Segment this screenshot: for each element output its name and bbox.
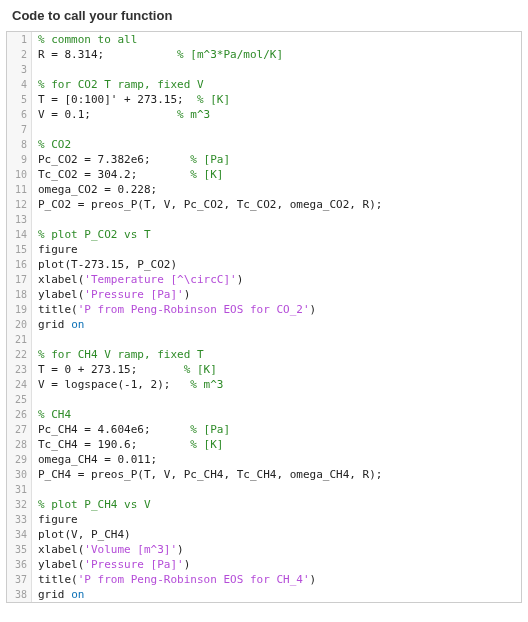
code-content[interactable] (32, 392, 45, 407)
code-content[interactable]: % for CO2 T ramp, fixed V (32, 77, 204, 92)
code-content[interactable]: xlabel('Temperature [^\circC]') (32, 272, 243, 287)
code-line[interactable]: 33figure (7, 512, 521, 527)
code-token: % plot P_CO2 vs T (38, 228, 151, 241)
code-line[interactable]: 1% common to all (7, 32, 521, 47)
code-content[interactable]: P_CO2 = preos_P(T, V, Pc_CO2, Tc_CO2, om… (32, 197, 382, 212)
line-number: 19 (7, 302, 32, 317)
code-line[interactable]: 38grid on (7, 587, 521, 602)
code-content[interactable]: omega_CH4 = 0.011; (32, 452, 157, 467)
code-content[interactable] (32, 212, 45, 227)
line-number: 38 (7, 587, 32, 602)
code-line[interactable]: 30P_CH4 = preos_P(T, V, Pc_CH4, Tc_CH4, … (7, 467, 521, 482)
code-token: % CO2 (38, 138, 71, 151)
code-line[interactable]: 13 (7, 212, 521, 227)
code-line[interactable]: 24V = logspace(-1, 2); % m^3 (7, 377, 521, 392)
code-line[interactable]: 18ylabel('Pressure [Pa]') (7, 287, 521, 302)
code-token: T = 0 + 273.15; (38, 363, 184, 376)
code-token: xlabel( (38, 273, 84, 286)
code-content[interactable]: % common to all (32, 32, 137, 47)
code-content[interactable] (32, 482, 45, 497)
code-token: % for CH4 V ramp, fixed T (38, 348, 204, 361)
code-content[interactable]: ylabel('Pressure [Pa]') (32, 557, 190, 572)
code-line[interactable]: 11omega_CO2 = 0.228; (7, 182, 521, 197)
code-content[interactable]: T = 0 + 273.15; % [K] (32, 362, 217, 377)
code-line[interactable]: 4% for CO2 T ramp, fixed V (7, 77, 521, 92)
code-line[interactable]: 9Pc_CO2 = 7.382e6; % [Pa] (7, 152, 521, 167)
code-line[interactable]: 16plot(T-273.15, P_CO2) (7, 257, 521, 272)
code-token: ylabel( (38, 558, 84, 571)
code-line[interactable]: 17xlabel('Temperature [^\circC]') (7, 272, 521, 287)
code-line[interactable]: 10Tc_CO2 = 304.2; % [K] (7, 167, 521, 182)
code-line[interactable]: 5T = [0:100]' + 273.15; % [K] (7, 92, 521, 107)
code-editor[interactable]: 1% common to all2R = 8.314; % [m^3*Pa/mo… (6, 31, 522, 603)
code-content[interactable]: T = [0:100]' + 273.15; % [K] (32, 92, 230, 107)
code-content[interactable]: V = logspace(-1, 2); % m^3 (32, 377, 223, 392)
code-content[interactable]: title('P from Peng-Robinson EOS for CH_4… (32, 572, 316, 587)
code-token: 'Temperature [^\circC]' (84, 273, 236, 286)
code-content[interactable]: Pc_CH4 = 4.604e6; % [Pa] (32, 422, 230, 437)
code-content[interactable]: Tc_CO2 = 304.2; % [K] (32, 167, 223, 182)
code-content[interactable]: plot(V, P_CH4) (32, 527, 131, 542)
code-content[interactable]: omega_CO2 = 0.228; (32, 182, 157, 197)
code-content[interactable]: figure (32, 512, 78, 527)
code-line[interactable]: 35xlabel('Volume [m^3]') (7, 542, 521, 557)
code-line[interactable]: 36ylabel('Pressure [Pa]') (7, 557, 521, 572)
code-content[interactable]: xlabel('Volume [m^3]') (32, 542, 184, 557)
code-content[interactable]: % CO2 (32, 137, 71, 152)
code-content[interactable] (32, 62, 45, 77)
code-line[interactable]: 2R = 8.314; % [m^3*Pa/mol/K] (7, 47, 521, 62)
code-line[interactable]: 23T = 0 + 273.15; % [K] (7, 362, 521, 377)
code-content[interactable] (32, 332, 45, 347)
code-content[interactable]: title('P from Peng-Robinson EOS for CO_2… (32, 302, 316, 317)
code-line[interactable]: 25 (7, 392, 521, 407)
code-line[interactable]: 7 (7, 122, 521, 137)
code-line[interactable]: 21 (7, 332, 521, 347)
code-line[interactable]: 19title('P from Peng-Robinson EOS for CO… (7, 302, 521, 317)
line-number: 36 (7, 557, 32, 572)
section-title: Code to call your function (12, 8, 172, 23)
code-token: % [Pa] (190, 153, 230, 166)
line-number: 37 (7, 572, 32, 587)
code-line[interactable]: 20grid on (7, 317, 521, 332)
code-line[interactable]: 28Tc_CH4 = 190.6; % [K] (7, 437, 521, 452)
line-number: 2 (7, 47, 32, 62)
code-line[interactable]: 12P_CO2 = preos_P(T, V, Pc_CO2, Tc_CO2, … (7, 197, 521, 212)
code-token: % [K] (190, 438, 223, 451)
code-line[interactable]: 32% plot P_CH4 vs V (7, 497, 521, 512)
code-line[interactable]: 26% CH4 (7, 407, 521, 422)
code-content[interactable]: % plot P_CO2 vs T (32, 227, 151, 242)
code-token: Pc_CH4 = 4.604e6; (38, 423, 190, 436)
code-content[interactable]: ylabel('Pressure [Pa]') (32, 287, 190, 302)
code-line[interactable]: 3 (7, 62, 521, 77)
code-content[interactable]: P_CH4 = preos_P(T, V, Pc_CH4, Tc_CH4, om… (32, 467, 382, 482)
line-number: 10 (7, 167, 32, 182)
code-content[interactable]: V = 0.1; % m^3 (32, 107, 210, 122)
line-number: 7 (7, 122, 32, 137)
code-content[interactable]: R = 8.314; % [m^3*Pa/mol/K] (32, 47, 283, 62)
code-token: P_CO2 = preos_P(T, V, Pc_CO2, Tc_CO2, om… (38, 198, 382, 211)
code-line[interactable]: 15figure (7, 242, 521, 257)
line-number: 14 (7, 227, 32, 242)
code-content[interactable]: Pc_CO2 = 7.382e6; % [Pa] (32, 152, 230, 167)
code-line[interactable]: 27Pc_CH4 = 4.604e6; % [Pa] (7, 422, 521, 437)
code-token: omega_CO2 = 0.228; (38, 183, 157, 196)
code-token: ) (310, 573, 317, 586)
code-content[interactable]: grid on (32, 587, 84, 602)
code-line[interactable]: 14% plot P_CO2 vs T (7, 227, 521, 242)
code-line[interactable]: 22% for CH4 V ramp, fixed T (7, 347, 521, 362)
code-line[interactable]: 31 (7, 482, 521, 497)
code-content[interactable]: grid on (32, 317, 84, 332)
code-line[interactable]: 37title('P from Peng-Robinson EOS for CH… (7, 572, 521, 587)
code-content[interactable]: plot(T-273.15, P_CO2) (32, 257, 177, 272)
code-content[interactable]: Tc_CH4 = 190.6; % [K] (32, 437, 223, 452)
code-content[interactable]: % plot P_CH4 vs V (32, 497, 151, 512)
code-content[interactable]: figure (32, 242, 78, 257)
code-content[interactable]: % CH4 (32, 407, 71, 422)
code-line[interactable]: 34plot(V, P_CH4) (7, 527, 521, 542)
line-number: 27 (7, 422, 32, 437)
code-line[interactable]: 29omega_CH4 = 0.011; (7, 452, 521, 467)
code-line[interactable]: 8% CO2 (7, 137, 521, 152)
code-content[interactable] (32, 122, 45, 137)
code-content[interactable]: % for CH4 V ramp, fixed T (32, 347, 204, 362)
code-line[interactable]: 6V = 0.1; % m^3 (7, 107, 521, 122)
